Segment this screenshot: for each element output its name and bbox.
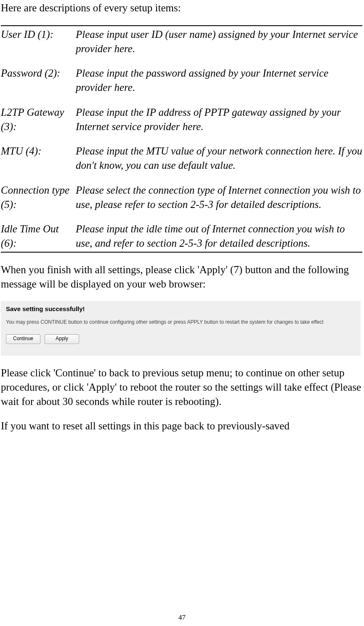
- item-description: Please input the password assigned by yo…: [76, 66, 362, 95]
- item-label: L2TP Gateway (3):: [1, 105, 76, 134]
- table-row: Password (2): Please input the password …: [1, 65, 362, 104]
- table-row: User ID (1): Please input user ID (user …: [1, 26, 362, 65]
- item-description: Please input user ID (user name) assigne…: [76, 27, 362, 56]
- item-description: Please input the MTU value of your netwo…: [76, 144, 362, 173]
- dialog-title: Save setting successfully!: [6, 305, 356, 312]
- item-label: Password (2):: [1, 66, 76, 95]
- continue-instructions: Please click 'Continue' to back to previ…: [1, 366, 362, 408]
- item-label: User ID (1):: [1, 27, 76, 56]
- dialog-button-row: Continue Apply: [6, 334, 356, 344]
- item-label: MTU (4):: [1, 144, 76, 173]
- setup-items-table: User ID (1): Please input user ID (user …: [1, 25, 362, 253]
- item-label: Idle Time Out (6):: [1, 222, 76, 250]
- apply-button[interactable]: Apply: [45, 334, 79, 344]
- after-table-text: When you finish with all settings, pleas…: [1, 263, 362, 291]
- item-description: Please input the IP address of PPTP gate…: [76, 105, 362, 134]
- save-setting-dialog: Save setting successfully! You may press…: [1, 301, 361, 356]
- table-row: Idle Time Out (6): Please input the idle…: [1, 221, 362, 252]
- continue-button[interactable]: Continue: [6, 334, 40, 344]
- intro-text: Here are descriptions of every setup ite…: [1, 1, 362, 15]
- reset-instructions: If you want to reset all settings in thi…: [1, 419, 362, 433]
- table-row: MTU (4): Please input the MTU value of y…: [1, 143, 362, 182]
- item-label: Connection type (5):: [1, 183, 76, 212]
- document-page: Here are descriptions of every setup ite…: [0, 1, 364, 626]
- page-number: 47: [0, 613, 364, 622]
- table-row: L2TP Gateway (3): Please input the IP ad…: [1, 104, 362, 143]
- table-row: Connection type (5): Please select the c…: [1, 182, 362, 221]
- dialog-description: You may press CONTINUE button to continu…: [6, 319, 356, 325]
- item-description: Please input the idle time out of Intern…: [76, 222, 362, 250]
- item-description: Please select the connection type of Int…: [76, 183, 362, 212]
